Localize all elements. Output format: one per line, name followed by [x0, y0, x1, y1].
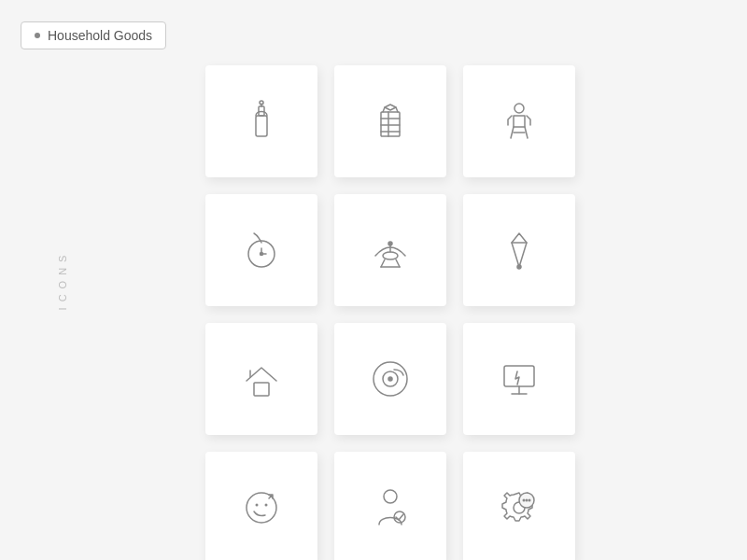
- pocket-watch-icon: [237, 226, 286, 274]
- svg-line-21: [396, 259, 400, 267]
- icon-card-dish-antenna[interactable]: [334, 194, 446, 306]
- icon-card-pen-tool[interactable]: [463, 194, 575, 306]
- svg-rect-0: [256, 116, 267, 136]
- svg-point-19: [388, 242, 392, 245]
- worker-icon: [366, 483, 415, 532]
- broken-monitor-icon: [495, 355, 543, 403]
- svg-point-29: [388, 377, 392, 381]
- gear-chat-icon: [495, 483, 543, 532]
- svg-point-33: [247, 493, 276, 523]
- svg-rect-4: [381, 112, 400, 136]
- tag-dot: [35, 33, 40, 38]
- icon-card-worker[interactable]: [334, 452, 446, 560]
- svg-point-41: [526, 499, 529, 502]
- svg-rect-25: [254, 383, 269, 396]
- icon-card-gear-chat[interactable]: [463, 452, 575, 560]
- graduation-ladder-icon: [366, 97, 415, 146]
- svg-point-17: [383, 252, 398, 259]
- icon-card-broken-monitor[interactable]: [463, 323, 575, 435]
- svg-point-9: [514, 104, 524, 113]
- svg-point-35: [265, 504, 268, 507]
- sidebar-label: ICONS: [57, 250, 68, 311]
- category-tag[interactable]: Household Goods: [21, 21, 166, 49]
- dish-antenna-icon: [366, 226, 415, 274]
- pen-tool-icon: [495, 226, 543, 274]
- icon-card-refresh-emoji[interactable]: [205, 452, 317, 560]
- icon-card-baby-chair[interactable]: [463, 65, 575, 177]
- house-icon: [237, 355, 286, 403]
- nail-polish-icon: [237, 97, 286, 146]
- icon-grid: [205, 65, 575, 560]
- icon-card-pocket-watch[interactable]: [205, 194, 317, 306]
- icon-card-graduation-ladder[interactable]: [334, 65, 446, 177]
- svg-point-24: [517, 265, 521, 269]
- svg-point-40: [523, 499, 526, 502]
- svg-point-3: [260, 101, 263, 105]
- svg-point-34: [256, 504, 259, 507]
- svg-line-20: [381, 259, 385, 267]
- tag-label-text: Household Goods: [48, 28, 152, 43]
- baby-chair-icon: [495, 97, 543, 146]
- svg-rect-30: [504, 366, 534, 386]
- svg-point-42: [529, 499, 531, 502]
- icon-card-nail-polish[interactable]: [205, 65, 317, 177]
- svg-point-16: [261, 253, 263, 256]
- refresh-emoji-icon: [237, 483, 286, 532]
- icon-card-house[interactable]: [205, 323, 317, 435]
- disc-icon: [366, 355, 415, 403]
- icon-card-disc[interactable]: [334, 323, 446, 435]
- svg-point-36: [384, 490, 397, 503]
